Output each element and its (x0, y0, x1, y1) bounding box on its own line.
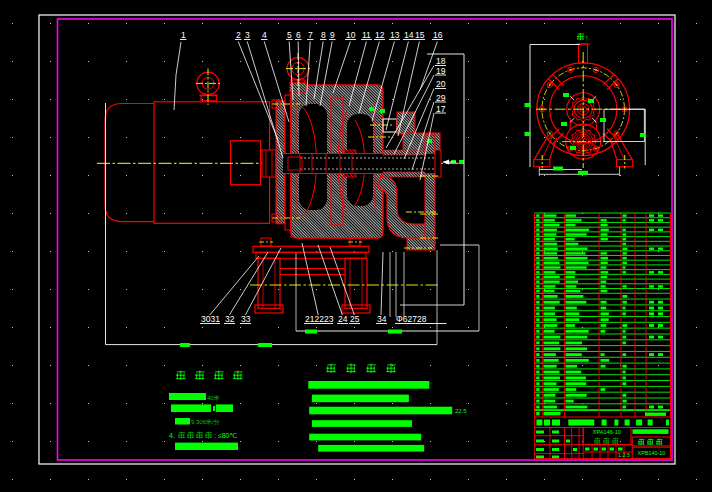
svg-text:17: 17 (436, 104, 446, 114)
svg-text:3: 3 (245, 30, 250, 40)
svg-text:4.: 4. (169, 432, 175, 439)
svg-text:22.5: 22.5 (455, 408, 467, 414)
svg-text:9: 9 (330, 30, 335, 40)
svg-text:↑: ↑ (585, 34, 589, 41)
svg-text:20: 20 (436, 79, 446, 89)
svg-text:10: 10 (346, 30, 356, 40)
svg-text:: ≤80℃: : ≤80℃ (214, 432, 238, 439)
svg-text:5: 5 (287, 30, 292, 40)
svg-text:19: 19 (436, 66, 446, 76)
svg-text:7: 7 (308, 30, 313, 40)
svg-text:1:2.5: 1:2.5 (618, 452, 630, 458)
svg-text:Φ62728: Φ62728 (396, 314, 427, 324)
svg-text:212223: 212223 (305, 314, 334, 324)
svg-text:XPB140-10: XPB140-10 (638, 450, 666, 456)
svg-text:12: 12 (375, 30, 385, 40)
svg-text:4: 4 (262, 30, 267, 40)
svg-text:13: 13 (390, 30, 400, 40)
svg-text:XPA146-10: XPA146-10 (593, 429, 621, 435)
svg-text:16: 16 (433, 30, 443, 40)
svg-text:34: 34 (377, 314, 387, 324)
svg-text:15: 15 (415, 30, 425, 40)
svg-text:14: 14 (404, 30, 414, 40)
svg-text:25: 25 (350, 314, 360, 324)
svg-text:3031: 3031 (201, 314, 220, 324)
svg-text:32: 32 (225, 314, 235, 324)
svg-text:33: 33 (241, 314, 251, 324)
svg-text:29: 29 (436, 93, 446, 103)
svg-text:18: 18 (436, 56, 446, 66)
svg-text:40米: 40米 (207, 395, 220, 401)
svg-text:6: 6 (296, 30, 301, 40)
svg-text:2: 2 (236, 30, 241, 40)
svg-text:9.306米/分: 9.306米/分 (191, 419, 220, 425)
svg-text:24: 24 (338, 314, 348, 324)
svg-text:8: 8 (321, 30, 326, 40)
svg-text:1: 1 (181, 30, 186, 40)
svg-text:11: 11 (362, 30, 371, 40)
